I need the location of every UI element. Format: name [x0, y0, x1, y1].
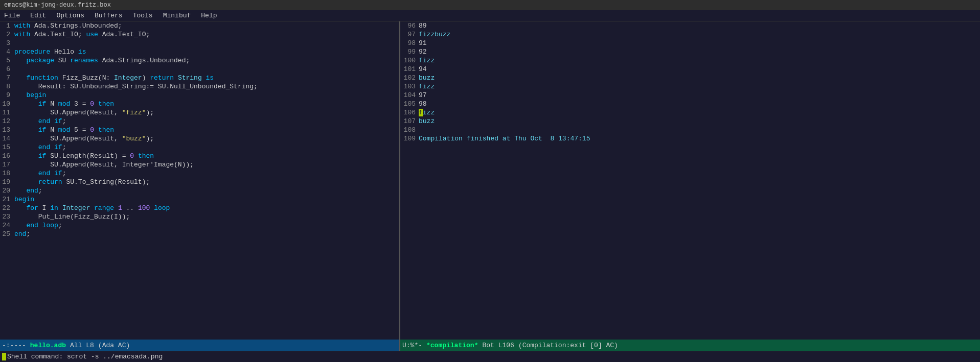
code-line: 7 function Fizz_Buzz(N: Integer) return …	[0, 74, 399, 82]
line-content: Result: SU.Unbounded_String:= SU.Null_Un…	[14, 82, 258, 91]
code-line: 4procedure Hello is	[0, 47, 399, 56]
code-text: );	[146, 109, 154, 116]
code-text	[14, 178, 38, 186]
line-number: 6	[0, 65, 14, 74]
keyword: if	[38, 126, 47, 134]
code-text	[58, 204, 62, 212]
line-number: 11	[0, 108, 14, 117]
output-line-content: buzz	[419, 74, 435, 82]
code-text	[90, 204, 94, 212]
line-content: begin	[14, 195, 34, 204]
output-line-number: 98	[400, 39, 419, 47]
code-line: 15 end if;	[0, 143, 399, 152]
code-text	[14, 74, 26, 82]
keyword: with	[14, 31, 30, 38]
line-number: 1	[0, 21, 14, 30]
output-line-number: 97	[400, 30, 419, 39]
menu-item-tools[interactable]: Tools	[131, 11, 155, 20]
output-line: 97fizzbuzz	[400, 30, 980, 39]
line-content: with Ada.Strings.Unbounded;	[14, 21, 122, 30]
code-text: Ada.Text_IO;	[98, 31, 150, 38]
status-row: -:---- hello.adb All L8 (Ada AC) U:%*- *…	[0, 340, 980, 351]
right-position: Bot L106	[482, 342, 514, 349]
code-text	[14, 204, 26, 212]
code-text	[14, 91, 26, 99]
line-number: 5	[0, 56, 14, 65]
keyword: then	[138, 152, 154, 160]
code-line: 9 begin	[0, 91, 399, 100]
line-number: 21	[0, 195, 14, 204]
code-line: 22 for I in Integer range 1 .. 100 loop	[0, 204, 399, 212]
line-number: 16	[0, 152, 14, 160]
string-literal: "buzz"	[122, 135, 146, 142]
code-text: SU.Length(Result) =	[46, 152, 130, 160]
main-area: 1with Ada.Strings.Unbounded;2with Ada.Te…	[0, 21, 980, 340]
code-text: Hello	[50, 48, 78, 56]
menu-item-options[interactable]: Options	[54, 11, 86, 20]
menu-item-help[interactable]: Help	[199, 11, 219, 20]
output-code: 968997fizzbuzz98919992100fizz10194102buz…	[400, 21, 980, 340]
keyword: then	[98, 100, 114, 108]
number-literal: 0	[90, 126, 94, 134]
code-text	[14, 222, 26, 229]
code-text: ;	[26, 230, 30, 238]
keyword: end	[14, 230, 26, 238]
left-padding: All L8	[70, 342, 94, 349]
code-text	[14, 187, 26, 195]
editor-pane[interactable]: 1with Ada.Strings.Unbounded;2with Ada.Te…	[0, 21, 400, 340]
line-content: for I in Integer range 1 .. 100 loop	[14, 204, 170, 212]
output-line-content: 91	[419, 39, 427, 47]
output-line-number: 105	[400, 100, 419, 108]
code-text: Ada.Strings.Unbounded;	[30, 22, 122, 30]
line-number: 12	[0, 117, 14, 126]
keyword: for	[26, 204, 38, 212]
code-text: Fizz_Buzz(N:	[58, 74, 114, 82]
output-line-content: 92	[419, 47, 427, 56]
keyword: in	[50, 204, 58, 212]
menu-item-file[interactable]: File	[2, 11, 22, 20]
menu-item-minibuf[interactable]: Minibuf	[161, 11, 193, 20]
keyword: procedure	[14, 48, 50, 56]
type-name: Integer	[114, 74, 142, 82]
line-content: function Fizz_Buzz(N: Integer) return St…	[14, 74, 214, 82]
keyword: mod	[58, 126, 70, 134]
code-text: ;	[62, 117, 66, 125]
output-line-number: 102	[400, 74, 419, 82]
keyword: end if	[38, 117, 62, 125]
output-line-number: 99	[400, 47, 419, 56]
output-line-content: fizz	[419, 82, 435, 91]
code-text	[174, 74, 178, 82]
menu-item-buffers[interactable]: Buffers	[93, 11, 125, 20]
line-number: 20	[0, 186, 14, 195]
line-content: if SU.Length(Result) = 0 then	[14, 152, 154, 160]
output-line: 102buzz	[400, 74, 980, 82]
menu-item-edit[interactable]: Edit	[28, 11, 48, 20]
code-line: 17 SU.Append(Result, Integer'Image(N));	[0, 160, 399, 169]
keyword: range	[94, 204, 114, 212]
line-number: 8	[0, 82, 14, 91]
output-line: 9891	[400, 39, 980, 47]
output-line-number: 103	[400, 82, 419, 91]
code-line: 19 return SU.To_String(Result);	[0, 178, 399, 186]
output-line: 106fizz	[400, 108, 980, 117]
line-content: end loop;	[14, 221, 62, 230]
code-line: 13 if N mod 5 = 0 then	[0, 126, 399, 134]
output-pane[interactable]: 968997fizzbuzz98919992100fizz10194102buz…	[400, 21, 980, 340]
output-line-content: buzz	[419, 117, 435, 126]
right-buffer: *compilation*	[426, 342, 478, 349]
keyword: end if	[38, 143, 62, 151]
output-line: 100fizz	[400, 56, 980, 65]
code-text: Ada.Text_IO;	[30, 31, 86, 38]
line-number: 24	[0, 221, 14, 230]
line-content: procedure Hello is	[14, 47, 86, 56]
type-name: String	[178, 74, 202, 82]
output-line-content: fizzbuzz	[419, 30, 450, 39]
output-line-content: 97	[419, 91, 427, 100]
line-number: 3	[0, 39, 14, 47]
cursor-char: f	[419, 109, 423, 116]
output-line: 10598	[400, 100, 980, 108]
code-text	[134, 152, 138, 160]
output-line-number: 96	[400, 21, 419, 30]
output-line: 108	[400, 126, 980, 134]
code-text: SU.Append(Result,	[14, 109, 122, 116]
